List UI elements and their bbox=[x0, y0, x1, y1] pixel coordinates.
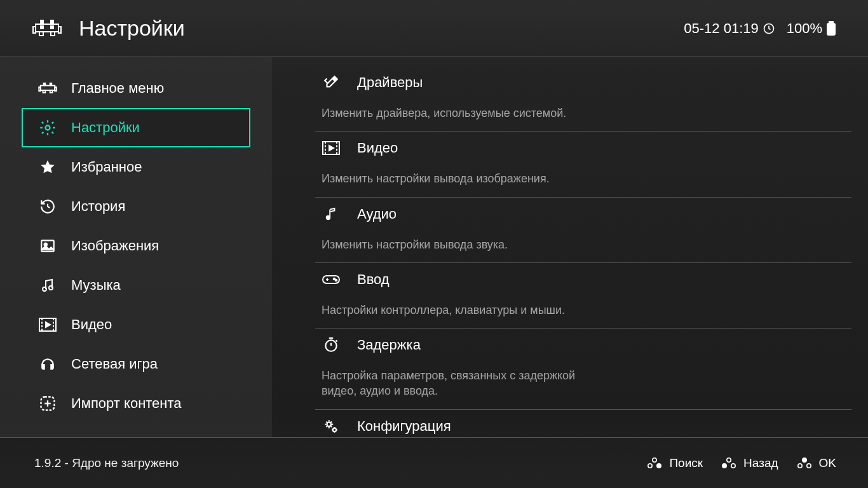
settings-item-video[interactable]: Видео bbox=[315, 132, 851, 165]
sidebar-item-main-menu[interactable]: Главное меню bbox=[22, 69, 250, 108]
hint-search[interactable]: Поиск bbox=[646, 456, 703, 470]
settings-section-audio: Аудио Изменить настройки вывода звука. bbox=[315, 198, 851, 263]
settings-item-input[interactable]: Ввод bbox=[315, 263, 851, 296]
hint-label: Поиск bbox=[669, 456, 703, 470]
sidebar-item-label: Сетевая игра bbox=[71, 356, 158, 372]
sidebar-item-video[interactable]: Видео bbox=[22, 305, 250, 344]
headset-icon bbox=[38, 355, 57, 374]
image-icon bbox=[38, 236, 57, 255]
gear-small-icon bbox=[322, 418, 341, 435]
sidebar-item-label: История bbox=[71, 198, 125, 215]
svg-rect-18 bbox=[43, 90, 46, 93]
svg-point-33 bbox=[327, 422, 332, 426]
svg-rect-8 bbox=[51, 26, 53, 29]
settings-item-label: Задержка bbox=[357, 337, 421, 353]
sidebar-item-favorites[interactable]: Избранное bbox=[22, 147, 250, 187]
svg-rect-12 bbox=[829, 25, 834, 34]
settings-item-label: Ввод bbox=[357, 271, 390, 288]
video-icon bbox=[38, 315, 57, 334]
svg-rect-7 bbox=[41, 26, 43, 29]
tools-icon bbox=[322, 74, 341, 91]
svg-rect-4 bbox=[51, 20, 53, 24]
svg-rect-16 bbox=[44, 83, 46, 86]
pad-button-icon bbox=[796, 456, 813, 470]
svg-point-23 bbox=[43, 287, 46, 291]
clock: 05-12 01:19 bbox=[684, 20, 775, 37]
settings-section-video: Видео Изменить настройки вывода изображе… bbox=[315, 132, 851, 197]
status-text: 1.9.2 - Ядро не загружено bbox=[34, 456, 179, 470]
svg-point-35 bbox=[653, 458, 656, 461]
sidebar-item-label: Музыка bbox=[71, 277, 121, 294]
svg-point-42 bbox=[797, 463, 801, 467]
svg-rect-5 bbox=[39, 32, 43, 36]
body: Главное меню Настройки Избранное История bbox=[0, 57, 868, 437]
svg-rect-19 bbox=[50, 90, 53, 93]
sidebar-item-netplay[interactable]: Сетевая игра bbox=[22, 344, 250, 384]
svg-rect-2 bbox=[58, 27, 61, 33]
sidebar-item-import[interactable]: Импорт контента bbox=[22, 384, 250, 423]
settings-item-label: Драйверы bbox=[357, 74, 423, 91]
music-icon bbox=[322, 206, 341, 222]
sidebar-item-history[interactable]: История bbox=[22, 187, 250, 226]
battery-icon bbox=[826, 21, 836, 36]
sidebar-item-label: Избранное bbox=[71, 159, 142, 175]
battery: 100% bbox=[787, 20, 836, 37]
svg-rect-14 bbox=[39, 87, 41, 91]
settings-item-label: Видео bbox=[357, 140, 398, 156]
footer-bar: 1.9.2 - Ядро не загружено Поиск Назад OK bbox=[0, 437, 868, 488]
settings-item-desc: Настройка параметров, связанных с задерж… bbox=[315, 362, 607, 409]
svg-point-20 bbox=[46, 126, 50, 130]
pad-button-icon bbox=[721, 456, 737, 470]
svg-point-36 bbox=[648, 463, 652, 467]
footer-hints: Поиск Назад OK bbox=[646, 456, 836, 470]
svg-point-37 bbox=[657, 463, 661, 467]
page-title: Настройки bbox=[79, 16, 185, 41]
hint-back[interactable]: Назад bbox=[721, 456, 778, 470]
settings-item-drivers[interactable]: Драйверы bbox=[315, 66, 851, 99]
hint-label: OK bbox=[819, 456, 836, 470]
settings-item-label: Аудио bbox=[357, 206, 397, 222]
timer-icon bbox=[322, 337, 341, 353]
gamepad-icon bbox=[322, 273, 341, 286]
svg-point-32 bbox=[325, 341, 336, 351]
sidebar-item-label: Импорт контента bbox=[71, 395, 182, 412]
settings-item-label: Конфигурация bbox=[357, 418, 451, 435]
settings-item-latency[interactable]: Задержка bbox=[315, 329, 851, 362]
svg-point-38 bbox=[727, 458, 731, 461]
settings-section-drivers: Драйверы Изменить драйвера, используемые… bbox=[315, 66, 851, 132]
svg-rect-15 bbox=[55, 87, 57, 91]
sidebar-item-images[interactable]: Изображения bbox=[22, 226, 250, 266]
svg-rect-3 bbox=[41, 20, 43, 24]
sidebar-item-music[interactable]: Музыка bbox=[22, 266, 250, 305]
hint-label: Назад bbox=[743, 456, 778, 470]
svg-rect-1 bbox=[33, 27, 36, 33]
sidebar-item-settings[interactable]: Настройки bbox=[22, 108, 250, 147]
video-icon bbox=[322, 141, 341, 155]
svg-point-31 bbox=[336, 280, 337, 281]
svg-point-24 bbox=[49, 286, 53, 290]
svg-rect-0 bbox=[36, 24, 58, 32]
header-left: Настройки bbox=[32, 16, 185, 41]
invader-icon bbox=[32, 18, 62, 39]
svg-point-40 bbox=[731, 463, 735, 467]
settings-section-latency: Задержка Настройка параметров, связанных… bbox=[315, 329, 851, 410]
settings-section-config: Конфигурация bbox=[315, 410, 851, 437]
settings-list: Драйверы Изменить драйвера, используемые… bbox=[272, 57, 868, 437]
settings-item-config[interactable]: Конфигурация bbox=[315, 410, 851, 437]
sidebar-item-label: Видео bbox=[71, 316, 112, 333]
plus-box-icon bbox=[38, 394, 57, 413]
settings-item-desc: Изменить настройки вывода изображения. bbox=[315, 165, 607, 196]
svg-rect-6 bbox=[51, 32, 55, 36]
hint-ok[interactable]: OK bbox=[796, 456, 836, 470]
svg-point-34 bbox=[333, 428, 336, 431]
header-right: 05-12 01:19 100% bbox=[684, 20, 836, 37]
sidebar-item-label: Главное меню bbox=[71, 80, 164, 97]
header-bar: Настройки 05-12 01:19 100% bbox=[0, 0, 868, 57]
clock-icon bbox=[763, 22, 775, 35]
settings-item-desc: Настройки контроллера, клавиатуры и мыши… bbox=[315, 296, 607, 328]
settings-item-desc: Изменить настройки вывода звука. bbox=[315, 231, 607, 262]
svg-point-41 bbox=[802, 458, 806, 461]
music-icon bbox=[38, 276, 57, 295]
settings-item-audio[interactable]: Аудио bbox=[315, 198, 851, 231]
star-icon bbox=[38, 158, 57, 177]
